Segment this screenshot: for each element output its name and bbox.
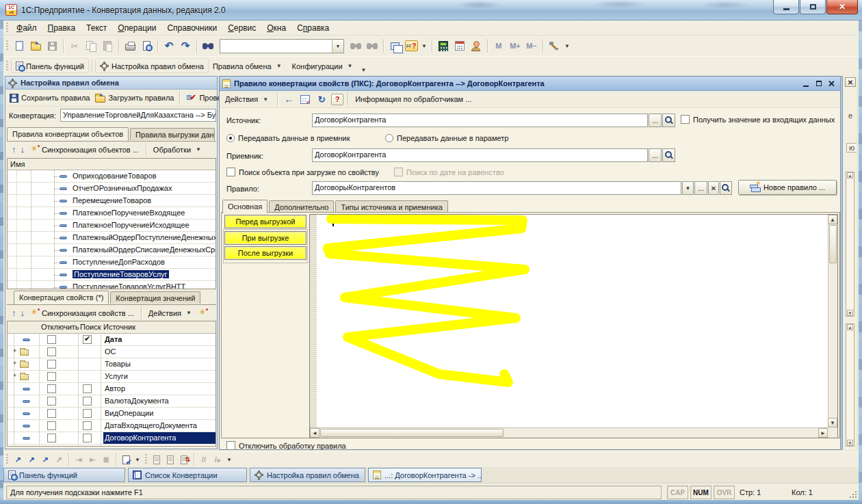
tab-object-conversion-rules[interactable]: Правила конвертации объектов: [7, 127, 129, 141]
chevron-down-icon[interactable]: ▼: [133, 457, 142, 463]
sync-properties-button[interactable]: Синхронизация свойств ...: [27, 307, 138, 319]
tab-data-export-rules[interactable]: Правила выгрузки данн: [130, 128, 215, 140]
editor-horizontal-scrollbar[interactable]: ◄ ►: [310, 427, 828, 438]
handler-code-editor[interactable]: ▲ ▼ ◄ ►: [309, 214, 838, 438]
properties-table-header[interactable]: Отключить Поиск Источник: [8, 321, 216, 334]
move-down-icon[interactable]: ↓: [18, 308, 27, 318]
column-search[interactable]: Поиск: [80, 323, 101, 331]
procedure-list-button[interactable]: ↗: [38, 453, 52, 466]
menu-item-6[interactable]: Окна: [261, 21, 291, 35]
property-row[interactable]: ВидОперации: [8, 408, 216, 420]
template-load-button[interactable]: [164, 453, 177, 466]
panel-functions-button[interactable]: Панель функций: [11, 59, 89, 73]
close-icon[interactable]: ✕: [845, 77, 856, 87]
scroll-up-icon[interactable]: ▲: [828, 215, 837, 224]
property-row[interactable]: Дата: [8, 334, 216, 346]
dialog-actions-menu-button[interactable]: Действия ▼: [221, 93, 274, 105]
disable-checkbox[interactable]: [47, 397, 56, 406]
exchange-rules-menu-button[interactable]: Правила обмена ▼: [209, 60, 288, 72]
procedure-prev-button[interactable]: ↗: [11, 453, 25, 466]
search-by-date-checkbox[interactable]: Поиск по дате на равенство: [394, 168, 504, 176]
toolbar-overflow-icon[interactable]: ▼: [562, 43, 572, 49]
toolbar-overflow-icon[interactable]: ▼: [419, 43, 429, 49]
search-checkbox[interactable]: [83, 421, 92, 430]
rule-clear-button[interactable]: ✕: [708, 181, 719, 195]
disable-checkbox[interactable]: [47, 372, 56, 381]
receiver-select-button[interactable]: ...: [649, 148, 662, 162]
search-checkbox[interactable]: [83, 384, 92, 393]
new-document-button[interactable]: [11, 38, 27, 54]
checkbox-icon[interactable]: [226, 168, 235, 176]
undo-button[interactable]: [161, 38, 177, 54]
scroll-down-icon[interactable]: ▼: [828, 418, 837, 427]
move-down-icon[interactable]: ↓: [18, 144, 27, 155]
rule-search-button[interactable]: [720, 181, 732, 195]
new-rule-button[interactable]: Новое правило ...: [738, 180, 837, 195]
disable-checkbox[interactable]: [47, 335, 56, 344]
property-row[interactable]: +Товары: [8, 358, 216, 371]
incoming-data-checkbox[interactable]: Получить значение из входящих данных: [681, 115, 835, 124]
radio-icon[interactable]: [226, 134, 235, 142]
menu-item-1[interactable]: Правка: [42, 21, 81, 35]
lock-session-button[interactable]: [468, 38, 484, 54]
tree-row[interactable]: ПоступлениеТоваровУслуг: [8, 269, 216, 281]
tab-additional[interactable]: Дополнительно: [269, 200, 334, 213]
clipped-scrollbar[interactable]: ▲▼: [846, 323, 854, 447]
format-button[interactable]: ≣: [99, 453, 113, 466]
property-row[interactable]: ДатаВходящегоДокумента: [8, 420, 216, 432]
search-input[interactable]: [220, 40, 332, 53]
memory-subtract-button[interactable]: M−: [523, 38, 540, 54]
property-row[interactable]: +Услуги: [8, 371, 216, 383]
find-button[interactable]: [200, 38, 216, 54]
rule-select-button[interactable]: ...: [694, 181, 707, 195]
search-checkbox[interactable]: [83, 397, 92, 406]
procedure-end-button[interactable]: ↗: [52, 453, 66, 466]
event-button-1[interactable]: При выгрузке: [224, 231, 306, 245]
disable-rule-checkbox[interactable]: Отключить обработку правила: [226, 441, 346, 450]
template-swap-button[interactable]: ⇅: [177, 453, 191, 466]
scroll-thumb[interactable]: [320, 429, 504, 437]
configurations-menu-button[interactable]: Конфигурации ▼: [288, 60, 359, 72]
column-source[interactable]: Источник: [103, 323, 135, 331]
memory-recall-button[interactable]: M: [491, 38, 507, 54]
find-previous-button[interactable]: [364, 38, 380, 54]
refresh-button[interactable]: [313, 91, 330, 107]
comment-button[interactable]: //: [197, 453, 211, 466]
transfer-to-parameter-radio[interactable]: Передавать данные в параметр: [385, 134, 508, 142]
calculator-button[interactable]: [435, 38, 452, 54]
radio-icon[interactable]: [385, 134, 393, 142]
column-disable[interactable]: Отключить: [41, 323, 79, 331]
dialog-minimize-button[interactable]: [800, 79, 811, 89]
print-preview-button[interactable]: [138, 38, 155, 54]
resize-grip[interactable]: [848, 489, 857, 498]
property-row[interactable]: +ОС: [8, 346, 216, 358]
tree-row[interactable]: ОприходованиеТоваров: [8, 170, 216, 183]
help-1c-button[interactable]: [403, 38, 419, 54]
toolbar-grip[interactable]: [6, 23, 8, 34]
disable-checkbox[interactable]: [47, 347, 56, 356]
conversion-field[interactable]: УправлениеТорговлейДляКазахстана --> Бу: [60, 109, 216, 122]
maximize-button[interactable]: [800, 0, 826, 14]
actions-menu-button[interactable]: Действия ▼: [144, 307, 198, 319]
copy-button[interactable]: [83, 38, 99, 54]
save-button[interactable]: [44, 38, 60, 54]
tree-row[interactable]: ПоступлениеТоваровУслугВНТТ: [8, 281, 216, 289]
rule-field[interactable]: ДоговорыКонтрагентов: [312, 181, 681, 195]
move-up-icon[interactable]: ↑: [10, 144, 18, 155]
menu-item-2[interactable]: Текст: [81, 21, 112, 35]
toolbar-grip[interactable]: [6, 61, 8, 72]
expand-icon[interactable]: +: [13, 372, 16, 379]
help-button[interactable]: ?: [331, 94, 343, 105]
disable-checkbox[interactable]: [47, 384, 56, 393]
search-checkbox[interactable]: [83, 335, 92, 344]
menu-item-7[interactable]: Справка: [291, 21, 335, 35]
toolbar-overflow-icon[interactable]: ▼: [359, 67, 369, 75]
uncomment-button[interactable]: /⁎: [211, 453, 224, 466]
move-up-icon[interactable]: ↑: [10, 308, 18, 318]
property-row[interactable]: Автор: [8, 383, 216, 395]
paste-button[interactable]: [99, 38, 116, 54]
print-button[interactable]: [122, 38, 138, 54]
search-by-property-checkbox[interactable]: Поиск объекта при загрузке по свойству: [226, 168, 379, 176]
combo-dropdown-icon[interactable]: ▼: [332, 40, 343, 53]
tree-row[interactable]: ПлатежныйОрдерПоступлениеДенежных: [8, 232, 216, 244]
